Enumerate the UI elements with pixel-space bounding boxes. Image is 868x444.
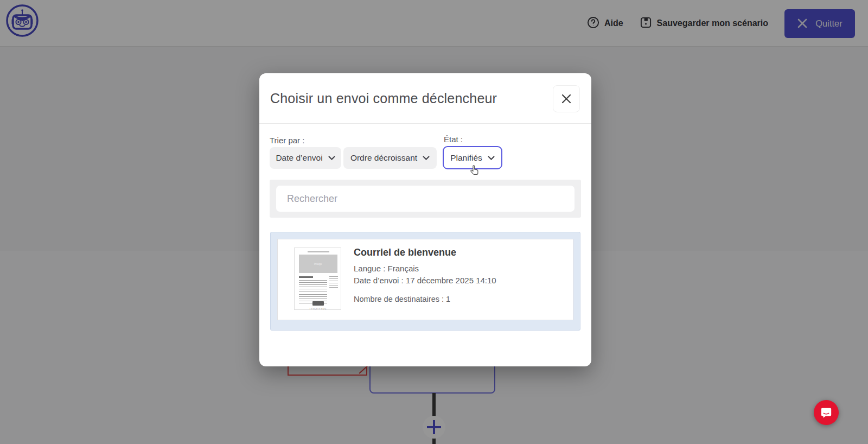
modal-title: Choisir un envoi comme déclencheur [270, 91, 497, 106]
chevron-down-icon [423, 156, 430, 160]
thumbnail-button [312, 301, 324, 306]
mailing-thumbnail: image LOGOTYPE [294, 248, 341, 310]
sort-field-dropdown[interactable]: Date d’envoi [270, 147, 341, 169]
close-icon [560, 93, 572, 105]
chevron-down-icon [488, 156, 495, 160]
thumbnail-logotype: LOGOTYPE [295, 307, 341, 310]
mailing-list: image LOGOTYPE Courriel de bienvenue Lan… [270, 232, 580, 331]
mailing-recipients: Nombre de destinataires : 1 [354, 295, 450, 303]
chat-bubble-icon [820, 407, 832, 418]
search-band [270, 180, 581, 218]
search-input[interactable] [276, 186, 575, 212]
mailing-send-date: Date d’envoi : 17 décembre 2025 14:10 [354, 276, 496, 285]
choose-mailing-modal: Choisir un envoi comme déclencheur Trier… [259, 73, 591, 366]
mailing-language: Langue : Français [354, 264, 419, 273]
mouse-cursor [469, 164, 481, 177]
chevron-down-icon [328, 156, 335, 160]
mailing-title: Courriel de bienvenue [354, 247, 456, 258]
thumbnail-hero-image: image [299, 255, 337, 273]
sort-order-dropdown[interactable]: Ordre décroissant [343, 147, 437, 169]
modal-divider [259, 123, 591, 124]
sort-order-value: Ordre décroissant [350, 153, 417, 163]
mailing-list-item[interactable]: image LOGOTYPE Courriel de bienvenue Lan… [277, 239, 573, 320]
state-label: État : [444, 135, 463, 144]
state-value: Planifiés [450, 153, 482, 163]
sort-by-label: Trier par : [270, 136, 304, 145]
modal-close-button[interactable] [553, 85, 580, 112]
sort-field-value: Date d’envoi [276, 153, 322, 163]
chat-launcher-button[interactable] [814, 400, 839, 425]
